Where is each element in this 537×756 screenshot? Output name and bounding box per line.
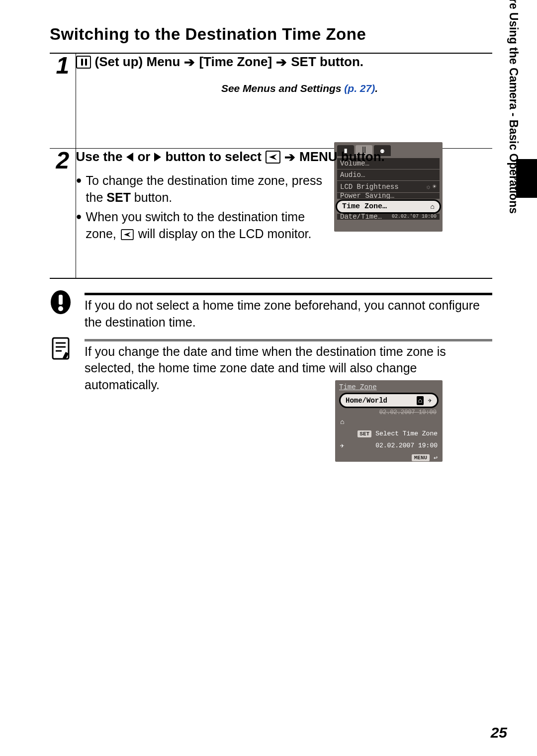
left-arrow-icon [126,153,133,162]
home-icon: ⌂ [340,418,344,426]
warning-icon [50,290,72,315]
page-number: 25 [491,724,507,741]
home-icon: ⌂ [417,396,424,405]
lcd-menu-back-row: MENU ↩ [339,452,439,464]
menu-badge: MENU [412,454,430,461]
step-2-heading: Use the or button to select ➔ MENU butto… [76,149,493,166]
section-title: Switching to the Destination Time Zone [50,25,492,44]
step-1-heading: (Set up) Menu ➔ [Time Zone] ➔ SET button… [76,54,493,71]
lcd-select-tz-row: SET Select Time Zone [339,428,439,439]
bullet-marker-icon: ● [76,209,82,224]
set-badge: SET [358,430,371,437]
lcd-home-datetime: 02.02.2007 10:00 [339,409,439,416]
world-plane-icon [266,151,280,164]
step-number: 1 [50,54,76,78]
lcd-home-world-selected: Home/World ⌂ ✈ [339,393,439,408]
page-reference-link[interactable]: (p. 27) [344,83,375,94]
lcd-world-row: ✈ 02.02.2007 19:00 [339,439,439,452]
setup-menu-icon [76,56,91,69]
arrow-right-icon: ➔ [276,56,287,69]
warning-text: If you do not select a home time zone be… [85,297,492,331]
svg-rect-1 [59,295,63,305]
steps-table: 1 (Set up) Menu ➔ [Time Zone] ➔ SET butt… [50,53,492,279]
memo-icon [50,336,72,361]
svg-point-2 [58,306,63,311]
warning-note: If you do not select a home time zone be… [50,290,492,331]
bullet-item: ● To change the destination time zone, p… [76,172,326,206]
right-arrow-icon [154,153,161,162]
arrow-right-icon: ➔ [284,151,295,164]
arrow-right-icon: ➔ [184,56,195,69]
lcd-tz-title: Time Zone [339,383,439,391]
step-row-1: 1 (Set up) Menu ➔ [Time Zone] ➔ SET butt… [50,53,492,149]
bullet-marker-icon: ● [76,172,82,187]
step-number: 2 [50,149,76,172]
reference-line: See Menus and Settings (p. 27). [76,83,493,94]
bullet-item: ● When you switch to the destination tim… [76,209,326,243]
back-arrow-icon: ↩ [434,454,438,462]
step-row-2: 2 Use the or button to select ➔ MENU bu [50,149,492,279]
plane-icon: ✈ [340,441,344,450]
world-plane-icon [121,229,134,240]
section-side-label: Before Using the Camera - Basic Operatio… [507,0,520,214]
lcd-home-row: ⌂ [339,416,439,428]
plane-icon: ✈ [428,397,432,405]
lcd-screenshot-time-zone: Time Zone Home/World ⌂ ✈ 02.02.2007 10:0… [335,380,443,462]
